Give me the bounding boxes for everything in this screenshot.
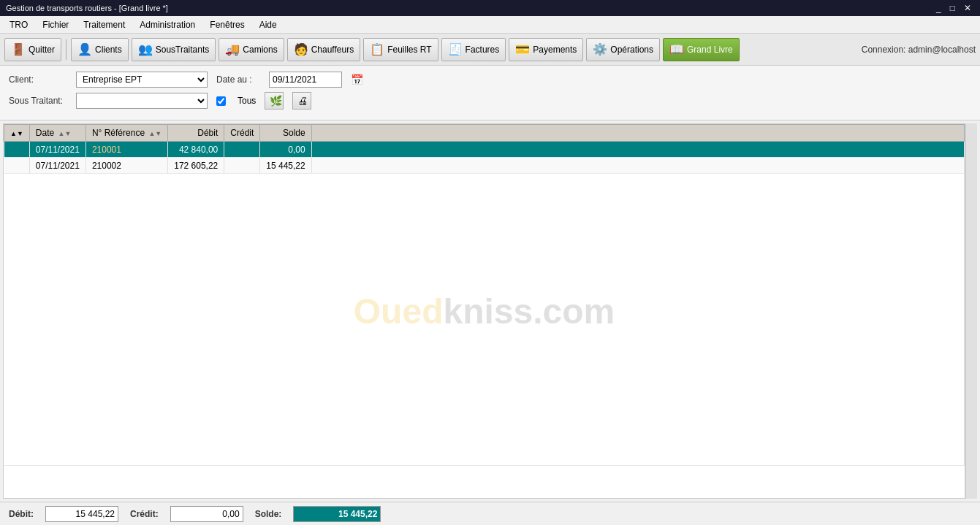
col-date-header[interactable]: Date ▲▼ xyxy=(29,125,86,142)
col-spacer-header xyxy=(311,125,964,142)
sous-traitants-label: SousTraitants xyxy=(156,45,210,55)
quitter-button[interactable]: 🚪 Quitter xyxy=(4,38,61,61)
menu-bar: TRO Fichier Traitement Administration Fe… xyxy=(0,16,980,34)
operations-button[interactable]: ⚙️ Opérations xyxy=(586,38,660,61)
factures-button[interactable]: 🧾 Factures xyxy=(441,38,506,61)
title-bar-text: Gestion de transports routiers - [Grand … xyxy=(6,4,168,12)
ref-header-label: N° Référence xyxy=(92,128,145,138)
footer-bar: Débit: Crédit: Solde: xyxy=(0,502,980,525)
sous-traitant-select[interactable] xyxy=(76,93,208,109)
tous-checkbox[interactable] xyxy=(216,96,226,106)
feuilles-icon: 📋 xyxy=(370,42,384,56)
table-header-row: ▲▼ Date ▲▼ N° Référence ▲▼ xyxy=(4,125,965,142)
operations-icon: ⚙️ xyxy=(593,42,607,56)
row1-spacer xyxy=(311,142,964,158)
debit-footer-label: Débit: xyxy=(9,509,34,519)
clients-icon: 👤 xyxy=(77,42,92,56)
debit-footer-input xyxy=(45,506,118,522)
empty-cell xyxy=(4,174,965,466)
sous-traitants-icon: 👥 xyxy=(138,42,153,56)
table-row[interactable]: 07/11/2021 210001 42 840,00 0,00 xyxy=(4,142,965,158)
col-ref-header[interactable]: N° Référence ▲▼ xyxy=(86,125,167,142)
camions-button[interactable]: 🚚 Camions xyxy=(219,38,284,61)
credit-footer-input xyxy=(170,506,243,522)
row2-debit: 172 605,22 xyxy=(168,158,224,174)
form-area: Client: Entreprise EPT Date au : 📅 Sous … xyxy=(0,66,980,120)
tous-label: Tous xyxy=(238,96,256,106)
row2-ref: 210002 xyxy=(86,158,167,174)
title-bar: Gestion de transports routiers - [Grand … xyxy=(0,0,980,16)
menu-traitement[interactable]: Traitement xyxy=(77,18,132,32)
row1-solde: 0,00 xyxy=(260,142,311,158)
menu-fenetres[interactable]: Fenêtres xyxy=(203,18,251,32)
col-sort[interactable]: ▲▼ xyxy=(4,125,30,142)
separator-1 xyxy=(66,39,67,60)
grand-livre-label: Grand Livre xyxy=(687,45,733,55)
connection-info: Connexion: admin@localhost xyxy=(862,45,976,55)
solde-header-label: Solde xyxy=(283,128,305,138)
menu-administration[interactable]: Administration xyxy=(133,18,202,32)
title-bar-controls: _ □ ✕ xyxy=(933,3,974,13)
camions-label: Camions xyxy=(243,45,277,55)
feuilles-rt-button[interactable]: 📋 Feuilles RT xyxy=(363,38,438,61)
payements-label: Payements xyxy=(533,45,577,55)
menu-fichier[interactable]: Fichier xyxy=(36,18,75,32)
credit-footer-label: Crédit: xyxy=(130,509,159,519)
credit-header-label: Crédit xyxy=(230,128,254,138)
main-content: Client: Entreprise EPT Date au : 📅 Sous … xyxy=(0,66,980,525)
payements-icon: 💳 xyxy=(515,42,530,56)
form-row-2: Sous Traitant: Tous 🌿 🖨 xyxy=(9,92,971,110)
table-body: 07/11/2021 210001 42 840,00 0,00 xyxy=(4,142,965,466)
row1-sort xyxy=(4,142,30,158)
row1-credit xyxy=(224,142,260,158)
sous-traitants-button[interactable]: 👥 SousTraitants xyxy=(132,38,216,61)
form-row-1: Client: Entreprise EPT Date au : 📅 xyxy=(9,72,971,88)
toolbar: 🚪 Quitter 👤 Clients 👥 SousTraitants 🚚 Ca… xyxy=(0,34,980,66)
menu-tro[interactable]: TRO xyxy=(3,18,34,32)
row2-solde: 15 445,22 xyxy=(260,158,311,174)
factures-label: Factures xyxy=(466,45,500,55)
client-select[interactable]: Entreprise EPT xyxy=(76,72,208,88)
row2-sort xyxy=(4,158,30,174)
maximize-button[interactable]: □ xyxy=(947,3,958,13)
chauffeurs-button[interactable]: 🧑 Chauffeurs xyxy=(287,38,360,61)
col-solde-header[interactable]: Solde xyxy=(260,125,311,142)
menu-aide[interactable]: Aide xyxy=(253,18,284,32)
close-button[interactable]: ✕ xyxy=(961,3,974,13)
clients-button[interactable]: 👤 Clients xyxy=(71,38,129,61)
payements-button[interactable]: 💳 Payements xyxy=(509,38,583,61)
calendar-icon[interactable]: 📅 xyxy=(351,74,363,85)
row1-debit: 42 840,00 xyxy=(168,142,224,158)
factures-icon: 🧾 xyxy=(448,42,463,56)
table-row[interactable]: 07/11/2021 210002 172 605,22 15 445,22 xyxy=(4,158,965,174)
date-input[interactable] xyxy=(269,72,342,88)
col-debit-header[interactable]: Débit xyxy=(168,125,224,142)
debit-header-label: Débit xyxy=(197,128,218,138)
clients-label: Clients xyxy=(95,45,122,55)
minimize-button[interactable]: _ xyxy=(933,3,944,13)
client-label: Client: xyxy=(9,74,67,85)
sort-arrows: ▲▼ xyxy=(10,130,23,137)
print-button[interactable]: 🖨 xyxy=(292,92,311,110)
table-container: Ouedkniss.com ▲▼ Date ▲▼ xyxy=(3,123,965,499)
sous-traitant-label: Sous Traitant: xyxy=(9,96,67,106)
row2-credit xyxy=(224,158,260,174)
grand-livre-button[interactable]: 📖 Grand Livre xyxy=(663,38,740,61)
table-wrapper[interactable]: Ouedkniss.com ▲▼ Date ▲▼ xyxy=(4,124,965,498)
data-table: ▲▼ Date ▲▼ N° Référence ▲▼ xyxy=(4,124,965,466)
refresh-button[interactable]: 🌿 xyxy=(265,92,284,110)
col-credit-header[interactable]: Crédit xyxy=(224,125,260,142)
date-label: Date au : xyxy=(216,74,260,85)
feuilles-label: Feuilles RT xyxy=(387,45,431,55)
door-icon: 🚪 xyxy=(11,42,26,56)
chauffeurs-icon: 🧑 xyxy=(294,42,308,56)
solde-footer-label: Solde: xyxy=(255,509,282,519)
quitter-label: Quitter xyxy=(29,45,55,55)
row2-date: 07/11/2021 xyxy=(29,158,86,174)
table-row-empty xyxy=(4,174,965,466)
camions-icon: 🚚 xyxy=(225,42,240,56)
chauffeurs-label: Chauffeurs xyxy=(311,45,354,55)
date-sort-icon: ▲▼ xyxy=(58,130,72,137)
scrollbar[interactable] xyxy=(965,123,977,499)
table-inner: Ouedkniss.com ▲▼ Date ▲▼ xyxy=(3,123,977,499)
